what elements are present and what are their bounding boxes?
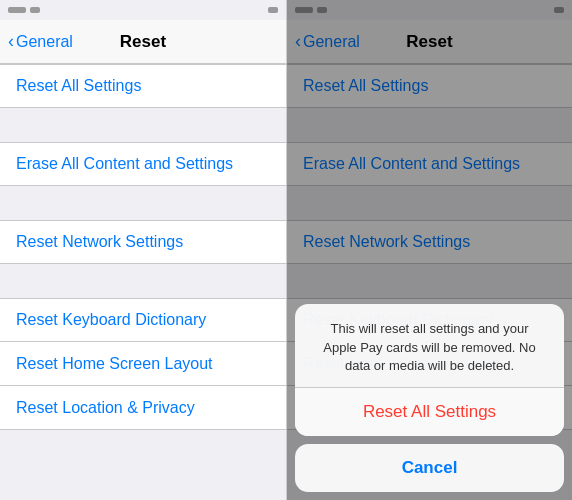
section-1-left: Reset All Settings [0, 64, 286, 108]
item-label: Reset Keyboard Dictionary [16, 311, 206, 329]
list-item[interactable]: Erase All Content and Settings [0, 142, 286, 186]
alert-message: This will reset all settings and your Ap… [295, 304, 564, 388]
settings-list-left: Reset All Settings Erase All Content and… [0, 64, 286, 500]
list-item[interactable]: Reset Network Settings [0, 220, 286, 264]
back-button-left[interactable]: ‹ General [8, 31, 73, 52]
left-panel: ‹ General Reset Reset All Settings Erase… [0, 0, 286, 500]
item-label: Reset Location & Privacy [16, 399, 195, 417]
alert-container: This will reset all settings and your Ap… [287, 296, 572, 500]
wifi-icon [30, 7, 40, 13]
list-item[interactable]: Reset All Settings [0, 64, 286, 108]
section-3-left: Reset Network Settings [0, 220, 286, 264]
alert-box: This will reset all settings and your Ap… [295, 304, 564, 436]
item-label: Reset Network Settings [16, 233, 183, 251]
status-bar-right-icons [268, 7, 278, 13]
section-gap [0, 108, 286, 142]
section-gap [0, 264, 286, 298]
status-bar-left-icons [8, 7, 40, 13]
list-item[interactable]: Reset Location & Privacy [0, 386, 286, 430]
section-gap [0, 186, 286, 220]
right-panel: ‹ General Reset Reset All Settings Erase… [286, 0, 572, 500]
item-label: Erase All Content and Settings [16, 155, 233, 173]
chevron-left-icon: ‹ [8, 31, 14, 52]
section-4-left: Reset Keyboard Dictionary Reset Home Scr… [0, 298, 286, 430]
status-bar-left [0, 0, 286, 20]
list-item[interactable]: Reset Home Screen Layout [0, 342, 286, 386]
cancel-button[interactable]: Cancel [295, 444, 564, 492]
section-2-left: Erase All Content and Settings [0, 142, 286, 186]
battery-icon [268, 7, 278, 13]
nav-title-left: Reset [120, 32, 166, 52]
list-item[interactable]: Reset Keyboard Dictionary [0, 298, 286, 342]
nav-bar-left: ‹ General Reset [0, 20, 286, 64]
item-label: Reset Home Screen Layout [16, 355, 213, 373]
item-label: Reset All Settings [16, 77, 141, 95]
back-label-left: General [16, 33, 73, 51]
reset-all-settings-button[interactable]: Reset All Settings [295, 388, 564, 436]
signal-icon [8, 7, 26, 13]
